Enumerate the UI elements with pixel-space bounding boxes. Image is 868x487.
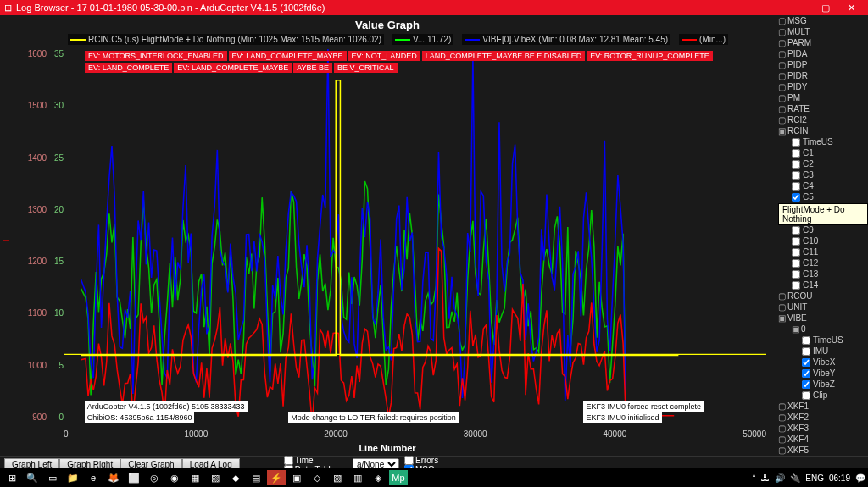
warning-badge: AYBE BE [293,63,332,73]
tray-lang[interactable]: ENG [805,473,824,483]
anydesk-icon[interactable]: ⚡ [267,470,286,485]
edge-icon[interactable]: e [84,470,103,485]
tree-check-c12[interactable]: C12 [775,257,868,268]
annotation: Mode change to LOITER failed: requires p… [288,412,459,423]
tree-item-mult[interactable]: ▢MULT [775,26,868,37]
tree-check-clip[interactable]: Clip [775,390,868,401]
tree-panel[interactable]: ▢MSG▢MULT▢PARM▢PIDA▢PIDP▢PIDR▢PIDY▢PM▢RA… [775,15,868,456]
app-icon-10[interactable]: ◈ [369,470,387,485]
legend-3: (Min...) [699,35,726,44]
tree-item-pidy[interactable]: ▢PIDY [775,81,868,92]
tray-time[interactable]: 06:19 [829,473,850,483]
tree-check-c13[interactable]: C13 [775,268,868,279]
annotation: ChibiOS: 45395b6a 1154/8960 [85,412,195,423]
app-icon-7[interactable]: ◇ [308,470,326,485]
tree-check-c1[interactable]: C1 [775,147,868,158]
warning-badge: LAND_COMPLETE_MAYBE BE E DISABLED [422,51,585,61]
y-label: I [1,239,11,241]
tree-item-xkf1[interactable]: ▢XKF1 [775,401,868,412]
graph-title: Value Graph [0,15,775,35]
tree-item-xkf4[interactable]: ▢XKF4 [775,434,868,445]
app-icon-9[interactable]: ▥ [348,470,367,485]
tree-check-c5[interactable]: C5 [775,191,868,202]
tree-item-rcin[interactable]: ▣RCIN [775,125,868,136]
tree-check-c2[interactable]: C2 [775,158,868,169]
app-icon-3[interactable]: ▨ [206,470,225,485]
minimize-button[interactable]: ─ [787,3,813,14]
tree-check-vibez[interactable]: VibeZ [775,379,868,390]
tree-check-c4[interactable]: C4 [775,180,868,191]
tray-net-icon[interactable]: 🖧 [761,473,770,483]
y-axis-green: 35302520151050 [47,49,64,422]
tree-item-xkf5[interactable]: ▢XKF5 [775,445,868,456]
warning-strip: EV: MOTORS_INTERLOCK_ENABLEDEV: LAND_COM… [85,51,766,73]
steam-icon[interactable]: ◎ [145,470,164,485]
tree-check-vibex[interactable]: VibeX [775,357,868,368]
tree-item-parm[interactable]: ▢PARM [775,37,868,48]
mp-icon[interactable]: Mp [389,470,408,485]
app-icon: ⊞ [4,3,12,14]
tree-item-xkf3[interactable]: ▢XKF3 [775,423,868,434]
legend-1: V... 11.72) [413,35,451,44]
legend: RCIN.C5 (us) FlightMode + Do Nothing (Mi… [68,34,766,45]
checkbox-errors[interactable]: Errors [404,456,442,465]
warning-badge: EV: LAND_COMPLETE_MAYBE [229,51,347,61]
maximize-button[interactable]: ▢ [813,3,838,14]
tree-item-pidr[interactable]: ▢PIDR [775,70,868,81]
tray-notif-icon[interactable]: 💬 [855,473,865,483]
tree-item-rcou[interactable]: ▢RCOU [775,291,868,302]
tree-check-c14[interactable]: C14 [775,279,868,291]
tree-item-xkf2[interactable]: ▢XKF2 [775,412,868,423]
tray-up-icon[interactable]: ˄ [752,473,756,483]
tree-check-c3[interactable]: C3 [775,169,868,180]
x-axis: 01000020000300004000050000 [64,429,766,439]
tree-item-rate[interactable]: ▢RATE [775,103,868,114]
annotation: ArduCopter V4.1.5 (1002fd6e) 5105 383334… [85,401,248,412]
app-icon-4[interactable]: ◆ [226,470,245,485]
tree-check-c9[interactable]: C9 [775,224,868,235]
firefox-icon[interactable]: 🦊 [104,470,123,485]
tray-power-icon[interactable]: 🔌 [790,473,800,483]
warning-badge: EV: ROTOR_RUNUP_COMPLETE [587,51,713,61]
close-button[interactable]: ✕ [838,3,864,14]
taskbar[interactable]: ⊞ 🔍 ▭ 📁 e 🦊 ⬜ ◎ ◉ ▦ ▨ ◆ ▤ ⚡ ▣ ◇ ▧ ▥ ◈ Mp… [0,468,868,487]
search-icon[interactable]: 🔍 [23,470,42,485]
tree-check-c11[interactable]: C11 [775,246,868,257]
warning-badge: EV: MOTORS_INTERLOCK_ENABLED [85,51,227,61]
start-icon[interactable]: ⊞ [3,470,21,485]
annotation: EKF3 IMU0 initialised [583,412,661,423]
tree-check-timeus[interactable]: TimeUS [775,335,868,346]
graph-panel: Value Graph RCIN.C5 (us) FlightMode + Do… [0,15,775,456]
x-axis-label: Line Number [0,443,775,453]
warning-badge: EV: LAND_COMPLETE_MAYBE [174,63,292,73]
tray-vol-icon[interactable]: 🔊 [775,473,785,483]
app-icon-1[interactable]: ⬜ [125,470,143,485]
tree-item-vibe[interactable]: ▣VIBE [775,313,868,324]
window-titlebar: ⊞ Log Browser - 17 01-01-1980 05-30-00.b… [0,0,868,15]
app-icon-8[interactable]: ▧ [328,470,347,485]
tree-item-pidp[interactable]: ▢PIDP [775,59,868,70]
app-icon-5[interactable]: ▤ [247,470,265,485]
warning-badge: EV: NOT_LANDED [348,51,420,61]
tree-item-pm[interactable]: ▢PM [775,92,868,103]
app-icon-6[interactable]: ▣ [287,470,306,485]
checkbox-time[interactable]: Time [284,456,348,465]
tree-item-unit[interactable]: ▢UNIT [775,302,868,313]
tree-item-pida[interactable]: ▢PIDA [775,48,868,59]
tree-check-timeus[interactable]: TimeUS [775,136,868,147]
annotation: EKF3 IMU0 forced reset complete [583,401,704,412]
tree-item-vibe-0[interactable]: ▣0 [775,324,868,335]
tree-check-vibey[interactable]: VibeY [775,368,868,379]
tree-item-rci2[interactable]: ▢RCI2 [775,114,868,125]
plot-area[interactable]: ArduCopter V4.1.5 (1002fd6e) 5105 383334… [64,49,766,422]
app-icon-2[interactable]: ▦ [186,470,204,485]
tree-item-msg[interactable]: ▢MSG [775,15,868,26]
explorer-icon[interactable]: 📁 [64,470,82,485]
chrome-icon[interactable]: ◉ [165,470,184,485]
window-title: Log Browser - 17 01-01-1980 05-30-00.bin… [16,3,325,13]
tree-check-c10[interactable]: C10 [775,235,868,246]
y-axis-red: 1600150014001300120011001000900 [25,49,47,422]
tooltip: FlightMode + Do Nothing [778,203,868,225]
taskview-icon[interactable]: ▭ [43,470,62,485]
tree-check-imu[interactable]: IMU [775,346,868,357]
